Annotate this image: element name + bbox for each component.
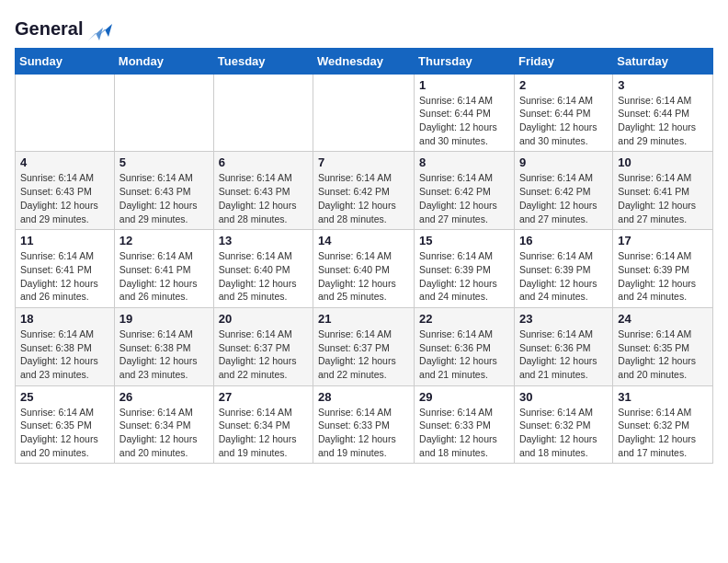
day-header-wednesday: Wednesday [313, 48, 415, 74]
day-info: Sunrise: 6:14 AM Sunset: 6:42 PM Dayligh… [519, 171, 608, 225]
day-number: 20 [219, 312, 308, 326]
calendar-cell: 1Sunrise: 6:14 AM Sunset: 6:44 PM Daylig… [415, 74, 515, 152]
calendar-cell: 9Sunrise: 6:14 AM Sunset: 6:42 PM Daylig… [514, 152, 612, 230]
day-info: Sunrise: 6:14 AM Sunset: 6:34 PM Dayligh… [119, 406, 209, 460]
calendar-table: SundayMondayTuesdayWednesdayThursdayFrid… [15, 48, 713, 465]
calendar-cell: 7Sunrise: 6:14 AM Sunset: 6:42 PM Daylig… [313, 152, 415, 230]
day-number: 27 [219, 390, 308, 404]
day-info: Sunrise: 6:14 AM Sunset: 6:32 PM Dayligh… [519, 406, 608, 460]
calendar-cell: 21Sunrise: 6:14 AM Sunset: 6:37 PM Dayli… [313, 307, 415, 385]
calendar-cell [313, 74, 415, 152]
calendar-cell: 19Sunrise: 6:14 AM Sunset: 6:38 PM Dayli… [114, 307, 213, 385]
day-number: 29 [419, 390, 509, 404]
day-number: 3 [618, 78, 708, 92]
day-number: 9 [519, 155, 608, 169]
calendar-cell: 29Sunrise: 6:14 AM Sunset: 6:33 PM Dayli… [415, 385, 515, 464]
day-info: Sunrise: 6:14 AM Sunset: 6:36 PM Dayligh… [519, 327, 608, 382]
day-info: Sunrise: 6:14 AM Sunset: 6:43 PM Dayligh… [20, 171, 109, 225]
day-info: Sunrise: 6:14 AM Sunset: 6:44 PM Dayligh… [618, 94, 708, 148]
calendar-cell: 30Sunrise: 6:14 AM Sunset: 6:32 PM Dayli… [514, 385, 612, 464]
calendar-cell: 27Sunrise: 6:14 AM Sunset: 6:34 PM Dayli… [213, 385, 313, 464]
day-header-tuesday: Tuesday [213, 48, 313, 74]
day-number: 11 [20, 234, 109, 247]
calendar-cell: 5Sunrise: 6:14 AM Sunset: 6:43 PM Daylig… [114, 152, 213, 230]
logo: General [15, 18, 112, 40]
day-number: 1 [419, 78, 509, 92]
day-number: 23 [519, 312, 608, 326]
calendar-cell: 24Sunrise: 6:14 AM Sunset: 6:35 PM Dayli… [613, 307, 713, 385]
day-info: Sunrise: 6:14 AM Sunset: 6:37 PM Dayligh… [318, 327, 409, 382]
calendar-cell: 8Sunrise: 6:14 AM Sunset: 6:42 PM Daylig… [415, 152, 515, 230]
day-number: 15 [419, 234, 509, 247]
day-header-sunday: Sunday [16, 48, 115, 74]
calendar-cell: 12Sunrise: 6:14 AM Sunset: 6:41 PM Dayli… [114, 230, 213, 308]
day-number: 19 [119, 312, 209, 326]
day-info: Sunrise: 6:14 AM Sunset: 6:39 PM Dayligh… [419, 249, 509, 304]
day-info: Sunrise: 6:14 AM Sunset: 6:37 PM Dayligh… [219, 327, 308, 382]
day-info: Sunrise: 6:14 AM Sunset: 6:44 PM Dayligh… [519, 94, 608, 148]
day-number: 7 [318, 155, 409, 169]
day-number: 30 [519, 390, 608, 404]
day-number: 18 [20, 312, 109, 326]
calendar-cell: 17Sunrise: 6:14 AM Sunset: 6:39 PM Dayli… [613, 230, 713, 308]
calendar-week-row: 18Sunrise: 6:14 AM Sunset: 6:38 PM Dayli… [16, 307, 713, 385]
calendar-cell: 6Sunrise: 6:14 AM Sunset: 6:43 PM Daylig… [213, 152, 313, 230]
day-header-friday: Friday [514, 48, 612, 74]
day-info: Sunrise: 6:14 AM Sunset: 6:41 PM Dayligh… [20, 249, 109, 304]
calendar-week-row: 25Sunrise: 6:14 AM Sunset: 6:35 PM Dayli… [16, 385, 713, 464]
day-number: 13 [219, 234, 308, 247]
calendar-cell [16, 74, 115, 152]
day-info: Sunrise: 6:14 AM Sunset: 6:33 PM Dayligh… [318, 406, 409, 460]
day-number: 4 [20, 155, 109, 169]
day-info: Sunrise: 6:14 AM Sunset: 6:32 PM Dayligh… [618, 406, 708, 460]
day-number: 26 [119, 390, 209, 404]
day-info: Sunrise: 6:14 AM Sunset: 6:42 PM Dayligh… [318, 171, 409, 225]
day-number: 24 [618, 312, 708, 326]
day-info: Sunrise: 6:14 AM Sunset: 6:38 PM Dayligh… [20, 327, 109, 382]
calendar-cell: 18Sunrise: 6:14 AM Sunset: 6:38 PM Dayli… [16, 307, 115, 385]
calendar-cell: 31Sunrise: 6:14 AM Sunset: 6:32 PM Dayli… [613, 385, 713, 464]
day-number: 6 [219, 155, 308, 169]
day-number: 12 [119, 234, 209, 247]
svg-marker-1 [88, 28, 103, 40]
day-number: 21 [318, 312, 409, 326]
calendar-cell: 23Sunrise: 6:14 AM Sunset: 6:36 PM Dayli… [514, 307, 612, 385]
calendar-cell: 2Sunrise: 6:14 AM Sunset: 6:44 PM Daylig… [514, 74, 612, 152]
calendar-cell [114, 74, 213, 152]
day-header-monday: Monday [114, 48, 213, 74]
calendar-cell: 20Sunrise: 6:14 AM Sunset: 6:37 PM Dayli… [213, 307, 313, 385]
calendar-cell: 28Sunrise: 6:14 AM Sunset: 6:33 PM Dayli… [313, 385, 415, 464]
day-number: 28 [318, 390, 409, 404]
calendar-cell: 13Sunrise: 6:14 AM Sunset: 6:40 PM Dayli… [213, 230, 313, 308]
day-number: 22 [419, 312, 509, 326]
calendar-cell: 14Sunrise: 6:14 AM Sunset: 6:40 PM Dayli… [313, 230, 415, 308]
day-info: Sunrise: 6:14 AM Sunset: 6:35 PM Dayligh… [618, 327, 708, 382]
day-info: Sunrise: 6:14 AM Sunset: 6:38 PM Dayligh… [119, 327, 209, 382]
calendar-week-row: 11Sunrise: 6:14 AM Sunset: 6:41 PM Dayli… [16, 230, 713, 308]
day-number: 8 [419, 155, 509, 169]
day-info: Sunrise: 6:14 AM Sunset: 6:39 PM Dayligh… [519, 249, 608, 304]
calendar-cell: 4Sunrise: 6:14 AM Sunset: 6:43 PM Daylig… [16, 152, 115, 230]
page-header: General [15, 15, 713, 40]
calendar-cell: 26Sunrise: 6:14 AM Sunset: 6:34 PM Dayli… [114, 385, 213, 464]
calendar-cell [213, 74, 313, 152]
day-info: Sunrise: 6:14 AM Sunset: 6:40 PM Dayligh… [219, 249, 308, 304]
calendar-cell: 15Sunrise: 6:14 AM Sunset: 6:39 PM Dayli… [415, 230, 515, 308]
calendar-week-row: 4Sunrise: 6:14 AM Sunset: 6:43 PM Daylig… [16, 152, 713, 230]
calendar-header-row: SundayMondayTuesdayWednesdayThursdayFrid… [16, 48, 713, 74]
day-info: Sunrise: 6:14 AM Sunset: 6:43 PM Dayligh… [219, 171, 308, 225]
day-info: Sunrise: 6:14 AM Sunset: 6:36 PM Dayligh… [419, 327, 509, 382]
day-number: 31 [618, 390, 708, 404]
calendar-cell: 11Sunrise: 6:14 AM Sunset: 6:41 PM Dayli… [16, 230, 115, 308]
calendar-cell: 25Sunrise: 6:14 AM Sunset: 6:35 PM Dayli… [16, 385, 115, 464]
day-info: Sunrise: 6:14 AM Sunset: 6:42 PM Dayligh… [419, 171, 509, 225]
calendar-cell: 22Sunrise: 6:14 AM Sunset: 6:36 PM Dayli… [415, 307, 515, 385]
calendar-cell: 10Sunrise: 6:14 AM Sunset: 6:41 PM Dayli… [613, 152, 713, 230]
day-number: 10 [618, 155, 708, 169]
day-info: Sunrise: 6:14 AM Sunset: 6:41 PM Dayligh… [618, 171, 708, 225]
calendar-week-row: 1Sunrise: 6:14 AM Sunset: 6:44 PM Daylig… [16, 74, 713, 152]
calendar-cell: 3Sunrise: 6:14 AM Sunset: 6:44 PM Daylig… [613, 74, 713, 152]
calendar-cell: 16Sunrise: 6:14 AM Sunset: 6:39 PM Dayli… [514, 230, 612, 308]
day-number: 25 [20, 390, 109, 404]
day-info: Sunrise: 6:14 AM Sunset: 6:44 PM Dayligh… [419, 94, 509, 148]
